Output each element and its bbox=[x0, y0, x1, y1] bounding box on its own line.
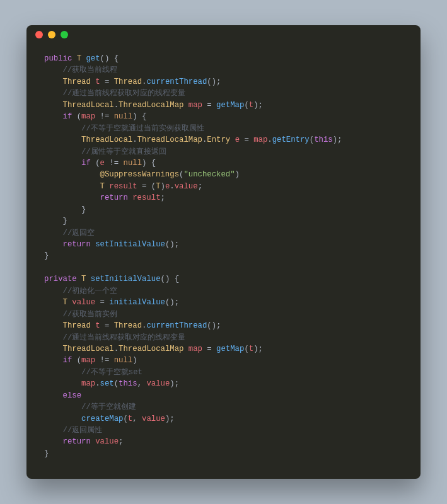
code-token: Thread bbox=[63, 77, 91, 86]
code-token bbox=[44, 426, 63, 435]
code-token: ; bbox=[119, 437, 123, 446]
code-token: } bbox=[44, 449, 49, 458]
code-token: ; bbox=[161, 193, 165, 202]
code-token: . bbox=[132, 135, 137, 144]
code-token: Thread bbox=[114, 77, 142, 86]
code-token: map bbox=[253, 135, 267, 144]
code-token: currentThread bbox=[146, 77, 207, 86]
code-token: //不等于空就set bbox=[81, 368, 142, 377]
code-token: ); bbox=[253, 101, 263, 110]
code-token: e bbox=[100, 159, 105, 168]
code-token: return bbox=[100, 193, 128, 202]
code-token: e bbox=[235, 135, 240, 144]
code-token: = bbox=[100, 77, 114, 86]
code-token bbox=[44, 310, 63, 319]
code-token: T bbox=[156, 182, 160, 191]
code-token: } bbox=[44, 205, 86, 214]
code-token: setInitialValue bbox=[95, 240, 165, 249]
code-token bbox=[44, 229, 63, 238]
code-token bbox=[44, 368, 81, 377]
code-token: //初始化一个空 bbox=[63, 287, 118, 295]
code-token: ( bbox=[72, 356, 81, 365]
code-token: value bbox=[146, 379, 170, 388]
code-token bbox=[86, 275, 90, 284]
code-token: value bbox=[142, 415, 165, 423]
code-token bbox=[44, 147, 81, 156]
code-token: != bbox=[105, 159, 124, 168]
code-editor: public T get() { //获取当前线程 Thread t = Thr… bbox=[26, 44, 421, 479]
code-token: value bbox=[72, 298, 95, 307]
code-token: Thread bbox=[114, 321, 142, 330]
code-token bbox=[44, 240, 63, 249]
code-token: != bbox=[95, 112, 114, 121]
code-token: //等于空就创建 bbox=[81, 403, 136, 411]
code-token: result bbox=[132, 193, 160, 202]
code-token: this bbox=[119, 379, 137, 388]
code-token: map bbox=[81, 112, 95, 121]
code-token: map bbox=[189, 101, 202, 110]
code-token: . bbox=[114, 101, 119, 110]
code-token: this bbox=[314, 135, 333, 144]
code-token: ) bbox=[161, 182, 165, 191]
code-token: = bbox=[100, 321, 114, 330]
code-token: } bbox=[44, 251, 49, 260]
code-token bbox=[44, 287, 63, 295]
code-token: Entry bbox=[207, 135, 230, 144]
code-token: getMap bbox=[216, 101, 244, 110]
code-token: = bbox=[202, 101, 216, 110]
code-token: , bbox=[137, 379, 147, 388]
code-token bbox=[44, 135, 81, 144]
code-token: (); bbox=[165, 298, 179, 307]
code-token: if bbox=[81, 159, 91, 168]
code-token: T bbox=[77, 54, 81, 63]
code-token: //返回空 bbox=[63, 229, 95, 238]
code-token bbox=[44, 101, 63, 110]
code-token: Thread bbox=[63, 321, 91, 330]
code-token: , bbox=[132, 415, 142, 423]
maximize-icon[interactable] bbox=[61, 31, 68, 38]
code-token bbox=[72, 54, 76, 63]
code-token: map bbox=[81, 356, 95, 365]
code-token bbox=[44, 298, 63, 307]
code-token: t bbox=[95, 321, 100, 330]
window-titlebar bbox=[26, 25, 421, 44]
code-token: setInitialValue bbox=[91, 275, 161, 284]
close-icon[interactable] bbox=[35, 31, 43, 38]
code-token: return bbox=[63, 240, 91, 249]
code-token: (); bbox=[207, 77, 221, 86]
code-token: ( bbox=[91, 159, 100, 168]
code-token: ( bbox=[244, 345, 248, 353]
code-token bbox=[44, 379, 81, 388]
code-token: null bbox=[114, 112, 133, 121]
code-token: //获取当前实例 bbox=[63, 310, 118, 319]
code-token bbox=[44, 403, 81, 411]
code-token bbox=[44, 170, 100, 179]
code-token: T bbox=[63, 298, 67, 307]
code-token bbox=[44, 193, 100, 202]
code-token: null bbox=[124, 159, 142, 168]
code-window: public T get() { //获取当前线程 Thread t = Thr… bbox=[26, 25, 421, 479]
code-token: (); bbox=[165, 240, 179, 249]
code-token: get bbox=[86, 54, 100, 63]
code-token: else bbox=[63, 391, 82, 400]
code-token: ThreadLocal bbox=[63, 345, 114, 353]
code-token: . bbox=[114, 345, 119, 353]
code-token: map bbox=[81, 379, 95, 388]
code-token bbox=[230, 135, 235, 144]
code-token: null bbox=[114, 356, 133, 365]
code-token: ); bbox=[165, 415, 175, 423]
code-token: //不等于空就通过当前实例获取属性 bbox=[81, 124, 204, 133]
code-token bbox=[44, 333, 63, 342]
code-token: ThreadLocal bbox=[63, 101, 114, 110]
code-token: public bbox=[44, 54, 72, 63]
code-token bbox=[77, 275, 81, 284]
code-token bbox=[44, 345, 63, 353]
code-token: . bbox=[95, 379, 100, 388]
code-token: = bbox=[240, 135, 253, 144]
code-token: currentThread bbox=[146, 321, 207, 330]
code-token: ( bbox=[244, 101, 248, 110]
code-token: ( bbox=[114, 379, 119, 388]
code-token bbox=[183, 345, 188, 353]
code-token bbox=[44, 66, 63, 74]
minimize-icon[interactable] bbox=[48, 31, 55, 38]
